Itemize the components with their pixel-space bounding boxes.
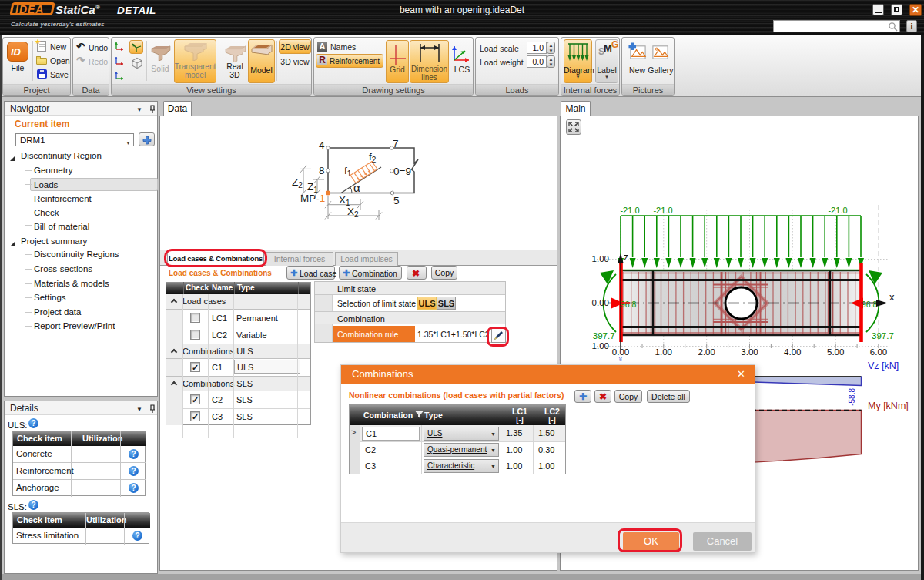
svg-text:f1: f1: [344, 165, 352, 178]
svg-text:Vz [kN]: Vz [kN]: [868, 360, 899, 371]
svg-text:5: 5: [393, 195, 400, 206]
svg-text:X2: X2: [347, 206, 359, 219]
svg-text:0.00: 0.00: [612, 347, 629, 357]
svg-text:z: z: [624, 252, 628, 263]
svg-text:1.00: 1.00: [592, 254, 609, 263]
svg-text:0.00: 0.00: [592, 298, 609, 307]
svg-text:397.7: 397.7: [872, 331, 894, 340]
svg-text:2.00: 2.00: [698, 347, 715, 357]
svg-text:0=9: 0=9: [393, 166, 411, 177]
svg-text:-397.7: -397.7: [590, 331, 615, 340]
svg-text:96.8: 96.8: [862, 300, 878, 309]
svg-text:3.00: 3.00: [741, 347, 758, 357]
svg-text:-21.0: -21.0: [653, 206, 672, 215]
svg-text:Z2: Z2: [292, 176, 303, 189]
svg-text:4.00: 4.00: [784, 347, 801, 357]
svg-text:x: x: [889, 291, 895, 303]
svg-text:α: α: [353, 181, 360, 194]
svg-text:8: 8: [319, 165, 325, 176]
svg-text:7: 7: [393, 138, 399, 149]
svg-text:-21.0: -21.0: [828, 206, 847, 215]
svg-text:-58.8: -58.8: [848, 388, 856, 406]
svg-text:f2: f2: [369, 151, 377, 164]
svg-text:6.00: 6.00: [870, 347, 887, 357]
svg-text:MP-1: MP-1: [300, 193, 325, 204]
svg-text:96.8: 96.8: [621, 300, 637, 309]
svg-text:My [kNm]: My [kNm]: [868, 401, 909, 411]
svg-text:1.00: 1.00: [655, 347, 672, 357]
svg-text:4: 4: [319, 139, 325, 151]
svg-text:-1.00: -1.00: [589, 341, 609, 350]
svg-text:5.00: 5.00: [827, 347, 844, 357]
svg-text:-21.0: -21.0: [620, 206, 639, 215]
svg-text:∞: ∞: [617, 357, 624, 361]
